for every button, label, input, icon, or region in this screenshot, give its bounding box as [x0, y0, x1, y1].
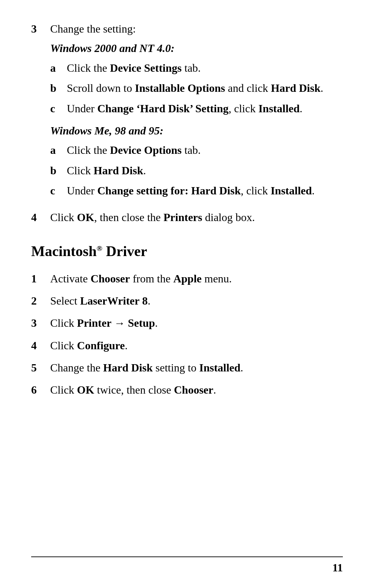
heading-macintosh: Macintosh® Driver — [31, 243, 147, 259]
bold-laserwriter: LaserWriter 8 — [80, 295, 148, 307]
bold-hard-disk-mac: Hard Disk — [103, 361, 153, 374]
windowsme-heading: Windows Me, 98 and 95: — [50, 123, 343, 139]
letter-c: c — [50, 100, 67, 116]
letter-a: a — [50, 142, 67, 158]
list-item: a Click the Device Settings tab. — [50, 60, 343, 76]
item-b-content: Click Hard Disk. — [67, 163, 343, 178]
letter-c: c — [50, 183, 67, 199]
page-number: 11 — [31, 561, 343, 574]
bold-hard-disk: Hard Disk — [271, 82, 320, 94]
list-item: c Under Change ‘Hard Disk’ Setting, clic… — [50, 100, 343, 116]
footer-rule — [31, 556, 343, 557]
bold-installed: Installed — [258, 102, 300, 115]
bold-device-options: Device Options — [110, 144, 181, 156]
mac-step-3: 3 Click Printer → Setup. — [31, 315, 343, 331]
step3-intro: Change the setting: — [50, 23, 136, 35]
mac-step5-content: Change the Hard Disk setting to Installe… — [50, 360, 343, 376]
main-list: 3 Change the setting: Windows 2000 and N… — [31, 21, 343, 225]
list-item: b Click Hard Disk. — [50, 163, 343, 178]
mac-step6-content: Click OK twice, then close Chooser. — [50, 382, 343, 398]
bold-printers: Printers — [163, 211, 202, 223]
bold-printer-setup: Printer → Setup — [77, 317, 155, 329]
bold-installed-2: Installed — [270, 184, 312, 197]
mac-step-number-2: 2 — [31, 293, 50, 309]
bold-chooser: Chooser — [90, 272, 130, 285]
bold-configure: Configure — [77, 339, 125, 352]
bold-chooser-mac: Chooser — [174, 384, 213, 396]
windows2000-list: a Click the Device Settings tab. b Scrol… — [50, 60, 343, 116]
mac-step-4: 4 Click Configure. — [31, 337, 343, 353]
mac-step-2: 2 Select LaserWriter 8. — [31, 293, 343, 309]
mac-step-6: 6 Click OK twice, then close Chooser. — [31, 382, 343, 398]
item-c-content: Under Change setting for: Hard Disk, cli… — [67, 183, 343, 199]
item-a-content: Click the Device Settings tab. — [67, 60, 343, 76]
letter-a: a — [50, 60, 67, 76]
page-footer: 11 — [0, 556, 374, 574]
list-item-3: 3 Change the setting: Windows 2000 and N… — [31, 21, 343, 203]
mac-step-number-3: 3 — [31, 315, 50, 331]
bold-hard-disk-2: Hard Disk — [93, 164, 143, 177]
letter-b: b — [50, 80, 67, 96]
bold-installed-mac: Installed — [199, 361, 240, 374]
list-item: a Click the Device Options tab. — [50, 142, 343, 158]
item-b-content: Scroll down to Installable Options and c… — [67, 80, 343, 96]
list-item: c Under Change setting for: Hard Disk, c… — [50, 183, 343, 199]
mac-step-1: 1 Activate Chooser from the Apple menu. — [31, 271, 343, 287]
list-item: b Scroll down to Installable Options and… — [50, 80, 343, 96]
bold-installable-options: Installable Options — [135, 82, 225, 94]
mac-step4-content: Click Configure. — [50, 337, 343, 353]
step4-content: Click OK, then close the Printers dialog… — [50, 209, 343, 225]
bold-ok: OK — [77, 211, 94, 223]
mac-step3-content: Click Printer → Setup. — [50, 315, 343, 331]
bold-device-settings: Device Settings — [110, 62, 181, 74]
windowsme-list: a Click the Device Options tab. b Click … — [50, 142, 343, 199]
mac-step-5: 5 Change the Hard Disk setting to Instal… — [31, 360, 343, 376]
list-item-4: 4 Click OK, then close the Printers dial… — [31, 209, 343, 225]
item-c-content: Under Change ‘Hard Disk’ Setting, click … — [67, 100, 343, 116]
step3-content: Change the setting: Windows 2000 and NT … — [50, 21, 343, 203]
mac-steps-list: 1 Activate Chooser from the Apple menu. … — [31, 271, 343, 398]
windows2000-section: Windows 2000 and NT 4.0: a Click the Dev… — [50, 40, 343, 116]
bold-ok-mac: OK — [77, 384, 94, 396]
bold-change-setting: Change ‘Hard Disk’ Setting — [97, 102, 229, 115]
item-a-content: Click the Device Options tab. — [67, 142, 343, 158]
mac-step-number-1: 1 — [31, 271, 50, 287]
page-content: 3 Change the setting: Windows 2000 and N… — [0, 0, 374, 433]
mac-step2-content: Select LaserWriter 8. — [50, 293, 343, 309]
mac-step-number-5: 5 — [31, 360, 50, 376]
bold-change-setting-for: Change setting for: Hard Disk — [97, 184, 241, 197]
mac-step-number-4: 4 — [31, 337, 50, 353]
step-number-3: 3 — [31, 21, 50, 203]
windowsme-section: Windows Me, 98 and 95: a Click the Devic… — [50, 123, 343, 199]
registered-mark: ® — [97, 244, 102, 253]
letter-b: b — [50, 163, 67, 178]
mac-step-number-6: 6 — [31, 382, 50, 398]
step-number-4: 4 — [31, 209, 50, 225]
macintosh-driver-heading: Macintosh® Driver — [31, 242, 343, 261]
mac-step1-content: Activate Chooser from the Apple menu. — [50, 271, 343, 287]
windows2000-heading: Windows 2000 and NT 4.0: — [50, 40, 343, 56]
bold-apple: Apple — [173, 272, 202, 285]
